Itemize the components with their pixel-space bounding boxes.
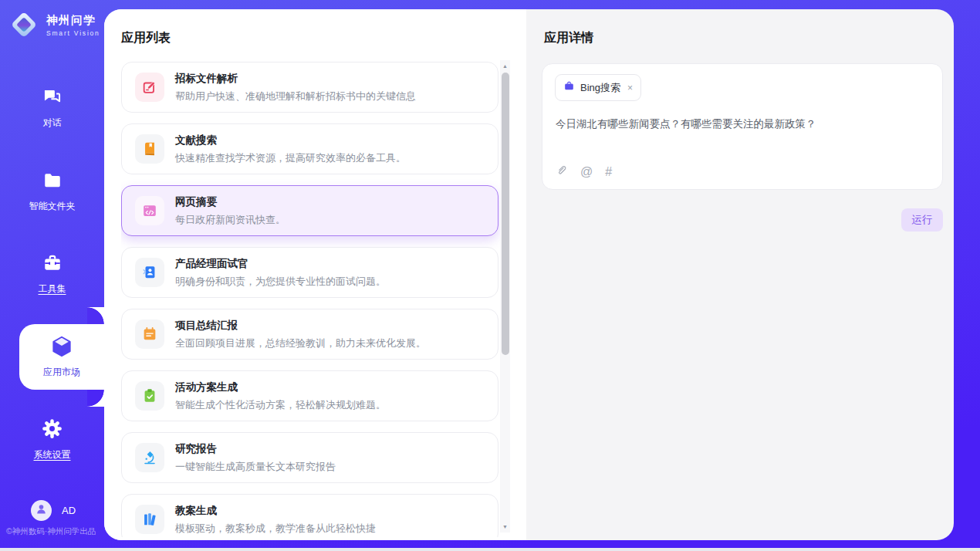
chat-icon xyxy=(42,86,63,110)
query-text[interactable]: 今日湖北有哪些新闻要点？有哪些需要关注的最新政策？ xyxy=(556,117,930,132)
app-card-title: 招标文件解析 xyxy=(175,72,416,86)
scrollbar-up-arrow[interactable]: ▲ xyxy=(500,61,510,71)
app-card-web-summary[interactable]: 网页摘要 每日政府新闻资讯快查。 xyxy=(121,185,498,236)
tab-curve-top xyxy=(87,307,104,324)
doc-edit-icon xyxy=(135,73,164,102)
app-card-activity-plan[interactable]: 活动方案生成 智能生成个性化活动方案，轻松解决规划难题。 xyxy=(121,370,498,421)
brand-logo: 神州问学 Smart Vision xyxy=(9,10,100,39)
sidebar: 神州问学 Smart Vision 对话 智能文件夹 工具集 应用市场 系统设 xyxy=(0,0,104,548)
scrollbar-thumb[interactable] xyxy=(502,73,509,355)
run-button[interactable]: 运行 xyxy=(901,208,943,232)
app-card-title: 活动方案生成 xyxy=(175,380,386,394)
app-card-title: 网页摘要 xyxy=(175,195,286,209)
user-avatar-icon xyxy=(35,502,48,519)
webpage-icon xyxy=(135,196,164,225)
tab-curve-bottom xyxy=(87,390,104,407)
app-card-list: 招标文件解析 帮助用户快速、准确地理解和解析招标书中的关键信息 文献搜索 快速精… xyxy=(121,62,500,537)
folder-icon xyxy=(42,171,63,194)
app-card-desc: 快速精准查找学术资源，提高研究效率的必备工具。 xyxy=(175,151,406,165)
prompt-input-card[interactable]: Bing搜索 × 今日湖北有哪些新闻要点？有哪些需要关注的最新政策？ @ # xyxy=(542,63,943,190)
app-card-research-report[interactable]: 研究报告 一键智能生成高质量长文本研究报告 xyxy=(121,432,498,483)
sidebar-item-label: 对话 xyxy=(43,117,62,130)
sidebar-item-app-market[interactable]: 应用市场 xyxy=(19,324,104,390)
app-card-title: 项目总结汇报 xyxy=(175,319,426,333)
user-account[interactable]: AD xyxy=(31,500,76,521)
app-card-project-summary[interactable]: 项目总结汇报 全面回顾项目进展，总结经验教训，助力未来优化发展。 xyxy=(121,309,498,360)
brand-tagline: Smart Vision xyxy=(46,29,100,37)
sidebar-item-label: 智能文件夹 xyxy=(29,200,76,213)
scrollbar-down-arrow[interactable]: ▼ xyxy=(500,522,510,532)
app-card-desc: 全面回顾项目进展，总结经验教训，助力未来优化发展。 xyxy=(175,336,426,350)
hashtag-icon[interactable]: # xyxy=(605,165,612,179)
app-card-title: 研究报告 xyxy=(175,442,336,456)
app-card-lesson-plan[interactable]: 教案生成 模板驱动，教案秒成，教学准备从此轻松快捷 xyxy=(121,494,498,537)
sidebar-item-label: 工具集 xyxy=(39,282,66,296)
app-card-bid-parse[interactable]: 招标文件解析 帮助用户快速、准确地理解和解析招标书中的关键信息 xyxy=(121,62,498,113)
app-card-desc: 模板驱动，教案秒成，教学准备从此轻松快捷 xyxy=(175,522,376,536)
composer-toolbar: @ # xyxy=(555,164,612,180)
app-list-title: 应用列表 xyxy=(121,30,171,46)
app-detail-panel: 应用详情 Bing搜索 × 今日湖北有哪些新闻要点？有哪些需要关注的最新政策？ … xyxy=(526,9,954,540)
app-card-title: 教案生成 xyxy=(175,504,376,518)
toolbox-icon xyxy=(42,253,63,276)
app-card-literature-search[interactable]: 文献搜索 快速精准查找学术资源，提高研究效率的必备工具。 xyxy=(121,123,498,174)
app-card-desc: 智能生成个性化活动方案，轻松解决规划难题。 xyxy=(175,398,386,412)
brand-name: 神州问学 xyxy=(46,13,100,28)
sidebar-item-settings[interactable]: 系统设置 xyxy=(0,418,104,461)
app-card-title: 文献搜索 xyxy=(175,134,406,147)
avatar xyxy=(31,500,52,521)
close-icon[interactable]: × xyxy=(627,83,633,93)
books-icon xyxy=(135,505,164,534)
interviewer-icon xyxy=(135,258,164,287)
app-list-panel: 应用列表 招标文件解析 帮助用户快速、准确地理解和解析招标书中的关键信息 文献搜… xyxy=(104,9,526,540)
mention-icon[interactable]: @ xyxy=(580,165,593,179)
gear-icon xyxy=(42,418,63,442)
clipboard-check-icon xyxy=(135,381,164,411)
brand-diamond-icon xyxy=(11,12,37,38)
scrollbar[interactable]: ▲ ▼ xyxy=(500,60,510,532)
brand-text: 神州问学 Smart Vision xyxy=(46,13,100,37)
sidebar-item-chat[interactable]: 对话 xyxy=(0,86,104,130)
cube-icon xyxy=(50,335,73,361)
sidebar-item-label: 系统设置 xyxy=(34,448,71,461)
sidebar-footer: ©神州数码·神州问学出品 xyxy=(6,526,96,537)
attachment-icon[interactable] xyxy=(555,164,568,180)
calendar-icon xyxy=(135,319,164,349)
briefcase-icon xyxy=(563,80,575,95)
sidebar-item-label: 应用市场 xyxy=(43,366,80,379)
app-card-desc: 帮助用户快速、准确地理解和解析招标书中的关键信息 xyxy=(175,90,416,103)
sidebar-item-smart-folder[interactable]: 智能文件夹 xyxy=(0,171,104,213)
app-detail-title: 应用详情 xyxy=(544,30,593,46)
user-name: AD xyxy=(62,505,76,516)
app-card-desc: 一键智能生成高质量长文本研究报告 xyxy=(175,460,336,474)
app-card-title: 产品经理面试官 xyxy=(175,257,386,271)
tool-tag-bing-search[interactable]: Bing搜索 × xyxy=(555,74,641,101)
sidebar-item-toolset[interactable]: 工具集 xyxy=(0,253,104,296)
main-content: 应用列表 招标文件解析 帮助用户快速、准确地理解和解析招标书中的关键信息 文献搜… xyxy=(104,9,954,540)
app-card-desc: 明确身份和职责，为您提供专业性的面试问题。 xyxy=(175,275,386,289)
app-card-pm-interviewer[interactable]: 产品经理面试官 明确身份和职责，为您提供专业性的面试问题。 xyxy=(121,247,498,298)
microscope-icon xyxy=(135,443,164,472)
tool-tag-label: Bing搜索 xyxy=(580,81,620,95)
book-icon xyxy=(135,134,164,164)
app-card-desc: 每日政府新闻资讯快查。 xyxy=(175,213,286,227)
